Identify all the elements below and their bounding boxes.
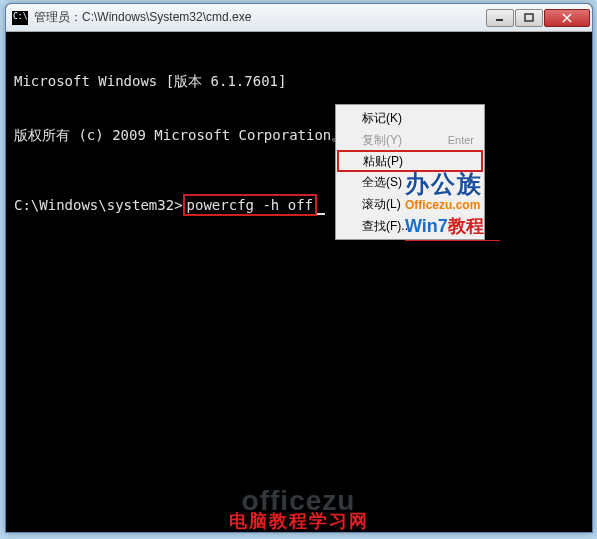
cmd-window: C:\ 管理员：C:\Windows\System32\cmd.exe Micr…: [5, 3, 593, 533]
minimize-button[interactable]: [486, 9, 514, 27]
titlebar-text: 管理员：C:\Windows\System32\cmd.exe: [34, 9, 485, 26]
command-highlight: powercfg -h off: [183, 194, 317, 216]
menu-label: 粘贴(P): [363, 153, 403, 170]
menu-label: 复制(Y): [362, 132, 402, 149]
menu-label: 标记(K): [362, 110, 402, 127]
cursor-icon: [317, 213, 325, 215]
menu-copy: 复制(Y) Enter: [338, 129, 482, 151]
watermark-bottom: officezu 电脑教程学习网: [229, 485, 369, 533]
watermark-subtitle: Win7教程: [405, 214, 500, 238]
maximize-button[interactable]: [515, 9, 543, 27]
watermark-officezu: 办公族 Officezu.com Win7教程: [405, 168, 500, 241]
prompt-text: C:\Windows\system32>: [14, 197, 183, 213]
watermark-text: 电脑教程学习网: [229, 509, 369, 533]
watermark-brand: 办公族: [405, 168, 500, 200]
menu-label: 全选(S): [362, 174, 402, 191]
menu-label: 滚动(L): [362, 196, 401, 213]
watermark-url: Officezu.com: [405, 198, 500, 212]
svg-rect-1: [525, 14, 533, 21]
menu-shortcut: Enter: [448, 134, 474, 146]
cmd-icon: C:\: [12, 11, 28, 25]
menu-mark[interactable]: 标记(K): [338, 107, 482, 129]
titlebar[interactable]: C:\ 管理员：C:\Windows\System32\cmd.exe: [6, 4, 592, 32]
window-controls: [485, 9, 590, 27]
menu-label: 查找(F)...: [362, 218, 411, 235]
terminal-line: Microsoft Windows [版本 6.1.7601]: [14, 72, 584, 90]
terminal-line: 版权所有 (c) 2009 Microsoft Corporation。保留所有…: [14, 126, 584, 144]
watermark-underline-icon: [405, 240, 500, 241]
terminal-body[interactable]: Microsoft Windows [版本 6.1.7601] 版权所有 (c)…: [6, 32, 592, 256]
close-button[interactable]: [544, 9, 590, 27]
